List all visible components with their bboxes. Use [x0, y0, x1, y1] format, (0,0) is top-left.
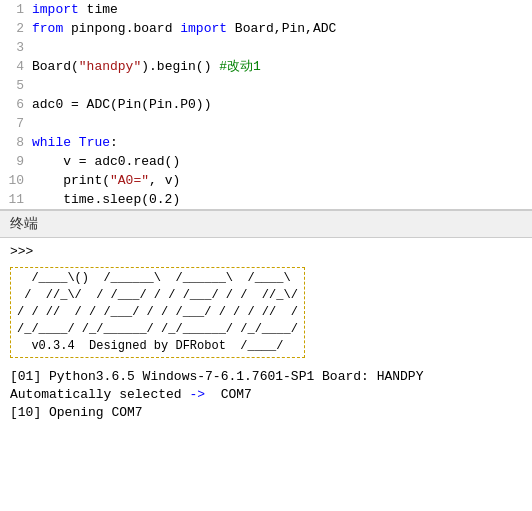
terminal-output: [01] Python3.6.5 Windows-7-6.1.7601-SP1 …	[10, 368, 522, 422]
ascii-art-line: / / // / / /___/ / / /___/ / / / // /	[17, 304, 298, 321]
line-number: 7	[4, 114, 32, 133]
code-line: 9 v = adc0.read()	[0, 152, 532, 171]
terminal-output-line: Automatically selected -> COM7	[10, 386, 522, 404]
line-number: 11	[4, 190, 32, 209]
line-number: 2	[4, 19, 32, 38]
code-line: 8while True:	[0, 133, 532, 152]
code-content: import time	[32, 0, 118, 19]
code-line: 11 time.sleep(0.2)	[0, 190, 532, 209]
code-content: v = adc0.read()	[32, 152, 180, 171]
arrow-icon: ->	[189, 387, 205, 402]
code-line: 3	[0, 38, 532, 57]
code-line: 10 print("A0=", v)	[0, 171, 532, 190]
line-number: 4	[4, 57, 32, 76]
line-number: 1	[4, 0, 32, 19]
code-content: from pinpong.board import Board,Pin,ADC	[32, 19, 336, 38]
code-content: time.sleep(0.2)	[32, 190, 180, 209]
code-line: 5	[0, 76, 532, 95]
ascii-art-box: /____\() /______\ /______\ /____\ / //_\…	[10, 263, 522, 362]
ascii-art-line: /_/____/ /_/______/ /_/______/ /_/____/	[17, 321, 298, 338]
code-line: 7	[0, 114, 532, 133]
code-content: Board("handpy").begin() #改动1	[32, 57, 261, 76]
terminal-output-line: [01] Python3.6.5 Windows-7-6.1.7601-SP1 …	[10, 368, 522, 386]
prompt: >>>	[10, 244, 522, 259]
line-number: 8	[4, 133, 32, 152]
code-editor: 1import time2from pinpong.board import B…	[0, 0, 532, 211]
code-line: 1import time	[0, 0, 532, 19]
terminal-output-line: [10] Opening COM7	[10, 404, 522, 422]
line-number: 3	[4, 38, 32, 57]
terminal-label: 终端	[0, 211, 532, 238]
terminal-section: 终端 >>> /____\() /______\ /______\ /____\…	[0, 211, 532, 428]
line-number: 10	[4, 171, 32, 190]
ascii-art-line: /____\() /______\ /______\ /____\	[17, 270, 298, 287]
terminal-area[interactable]: >>> /____\() /______\ /______\ /____\ / …	[0, 238, 532, 428]
line-number: 5	[4, 76, 32, 95]
code-content: while True:	[32, 133, 118, 152]
code-content: print("A0=", v)	[32, 171, 180, 190]
code-line: 4Board("handpy").begin() #改动1	[0, 57, 532, 76]
code-line: 2from pinpong.board import Board,Pin,ADC	[0, 19, 532, 38]
ascii-art-line: v0.3.4 Designed by DFRobot /____/	[17, 338, 298, 355]
line-number: 9	[4, 152, 32, 171]
code-line: 6adc0 = ADC(Pin(Pin.P0))	[0, 95, 532, 114]
ascii-art-line: / //_\/ / /___/ / / /___/ / / //_\/	[17, 287, 298, 304]
code-content: adc0 = ADC(Pin(Pin.P0))	[32, 95, 211, 114]
line-number: 6	[4, 95, 32, 114]
